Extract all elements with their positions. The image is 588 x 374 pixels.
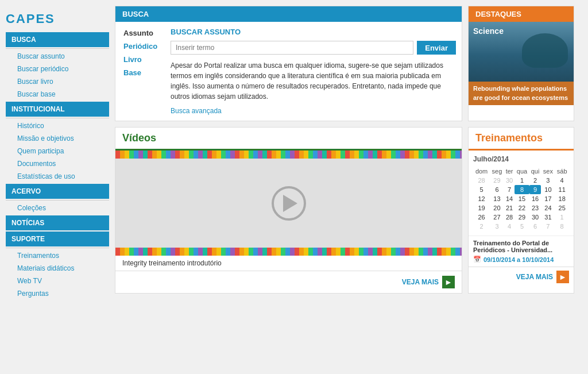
busca-description: Apesar do Portal realizar uma busca em q…: [171, 60, 456, 102]
cal-cell[interactable]: 7: [504, 185, 515, 194]
cal-cell[interactable]: 21: [504, 203, 515, 213]
cal-cell[interactable]: 26: [473, 213, 490, 222]
busca-tab-base[interactable]: Base: [121, 67, 161, 78]
cal-header-ter: ter: [504, 167, 515, 176]
sidebar-item-treinamentos[interactable]: Treinamentos: [6, 249, 109, 262]
cal-cell-today[interactable]: 8: [514, 185, 529, 194]
cal-cell[interactable]: 24: [541, 203, 555, 213]
content-bottom-row: Vídeos Integrity treinamento introdutóri…: [115, 127, 574, 294]
cal-cell[interactable]: 6: [490, 185, 504, 194]
calendar-container: Julho/2014 dom seg ter qua qui sex sáb: [469, 151, 574, 236]
videos-colorbar-top: [115, 151, 462, 159]
sidebar-section-noticias: NOTÍCIAS: [6, 215, 109, 230]
sidebar-item-historico[interactable]: Histórico: [6, 119, 109, 132]
videos-player[interactable]: [115, 159, 462, 248]
destaques-title: DESTAQUES: [469, 6, 574, 22]
cal-cell[interactable]: 2: [529, 176, 541, 185]
cal-cell[interactable]: 15: [514, 194, 529, 203]
busca-avancada-link[interactable]: Busca avançada: [171, 107, 222, 115]
capes-logo: CAPES: [6, 6, 109, 31]
sidebar-section-acervo: ACERVO: [6, 184, 109, 199]
treinamentos-event-title: Treinamento do Portal de Periódicos - Un…: [473, 240, 569, 253]
cal-cell[interactable]: 27: [490, 213, 504, 222]
busca-tab-periodico[interactable]: Periódico: [121, 41, 161, 52]
cal-cell[interactable]: 25: [555, 203, 569, 213]
destaques-image-container[interactable]: Science Rebounding whale populations are…: [469, 22, 574, 105]
cal-cell[interactable]: 18: [555, 194, 569, 203]
sidebar-item-materiais-didaticos[interactable]: Materiais didáticos: [6, 262, 109, 275]
busca-assunto-label: BUSCAR ASSUNTO: [171, 28, 456, 36]
cal-cell[interactable]: 29: [514, 213, 529, 222]
cal-cell[interactable]: 1: [555, 213, 569, 222]
calendar-grid: dom seg ter qua qui sex sáb 28: [473, 167, 569, 231]
treinamentos-footer: VEJA MAIS ►: [469, 267, 574, 287]
science-label: Science: [473, 26, 504, 36]
cal-cell[interactable]: 30: [529, 213, 541, 222]
cal-cell[interactable]: 28: [504, 213, 515, 222]
sidebar-item-estatisticas[interactable]: Estatísticas de uso: [6, 170, 109, 183]
play-button[interactable]: [272, 186, 306, 221]
cal-cell[interactable]: 7: [541, 222, 555, 231]
busca-tab-assunto[interactable]: Assunto: [121, 28, 161, 38]
sidebar-item-buscar-base[interactable]: Buscar base: [6, 88, 109, 101]
treinamentos-event: Treinamento do Portal de Periódicos - Un…: [469, 236, 574, 267]
treinamentos-event-date-text: 09/10/2014 a 10/10/2014: [483, 256, 554, 263]
sidebar-item-quem-participa[interactable]: Quem participa: [6, 145, 109, 157]
sidebar-item-missao[interactable]: Missão e objetivos: [6, 132, 109, 145]
cal-cell[interactable]: 29: [490, 176, 504, 185]
cal-cell[interactable]: 8: [555, 222, 569, 231]
busca-panel-title: BUSCA: [115, 6, 462, 22]
cal-header-qua: qua: [514, 167, 529, 176]
videos-caption: Integrity treinamento introdutório: [115, 256, 462, 271]
busca-input-row: Enviar: [171, 41, 456, 55]
cal-cell[interactable]: 2: [473, 222, 490, 231]
sidebar-item-documentos[interactable]: Documentos: [6, 157, 109, 170]
calendar-icon: 📅: [473, 256, 481, 263]
cal-cell[interactable]: 23: [529, 203, 541, 213]
cal-cell[interactable]: 3: [541, 176, 555, 185]
cal-header-sex: sex: [541, 167, 555, 176]
cal-cell[interactable]: 17: [541, 194, 555, 203]
treinamentos-veja-mais-button[interactable]: ►: [556, 271, 569, 283]
cal-header-dom: dom: [473, 167, 490, 176]
videos-veja-mais-button[interactable]: ►: [442, 276, 455, 288]
cal-cell[interactable]: 19: [473, 203, 490, 213]
cal-cell[interactable]: 30: [504, 176, 515, 185]
cal-cell-today[interactable]: 9: [529, 185, 541, 194]
sidebar-item-colecoes[interactable]: Coleções: [6, 202, 109, 214]
cal-header-qui: qui: [529, 167, 541, 176]
sidebar-section-suporte: SUPORTE: [6, 232, 109, 246]
busca-input[interactable]: [171, 41, 413, 55]
busca-tab-livro[interactable]: Livro: [121, 54, 161, 65]
cal-cell[interactable]: 3: [490, 222, 504, 231]
cal-cell[interactable]: 12: [473, 194, 490, 203]
cal-cell[interactable]: 1: [514, 176, 529, 185]
content-top-row: BUSCA Assunto Periódico Livro Base BUSCA…: [115, 6, 574, 121]
cal-cell[interactable]: 20: [490, 203, 504, 213]
cal-cell[interactable]: 10: [541, 185, 555, 194]
cal-cell[interactable]: 4: [504, 222, 515, 231]
videos-panel: Vídeos Integrity treinamento introdutóri…: [115, 127, 462, 294]
cal-cell[interactable]: 4: [555, 176, 569, 185]
sidebar-item-buscar-periodico[interactable]: Buscar periódico: [6, 63, 109, 75]
sidebar-item-web-tv[interactable]: Web TV: [6, 275, 109, 287]
cal-cell[interactable]: 28: [473, 176, 490, 185]
destaques-overlay-text: Rebounding whale populations are good fo…: [469, 82, 574, 105]
cal-cell[interactable]: 14: [504, 194, 515, 203]
sidebar-item-buscar-livro[interactable]: Buscar livro: [6, 75, 109, 88]
cal-cell[interactable]: 22: [514, 203, 529, 213]
cal-cell[interactable]: 6: [529, 222, 541, 231]
cal-cell[interactable]: 5: [473, 185, 490, 194]
cal-cell[interactable]: 11: [555, 185, 569, 194]
cal-cell[interactable]: 16: [529, 194, 541, 203]
cal-cell[interactable]: 5: [514, 222, 529, 231]
cal-cell[interactable]: 13: [490, 194, 504, 203]
cal-header-sab: sáb: [555, 167, 569, 176]
sidebar-item-perguntas[interactable]: Perguntas: [6, 287, 109, 300]
cal-cell[interactable]: 31: [541, 213, 555, 222]
enviar-button[interactable]: Enviar: [417, 41, 456, 55]
destaques-panel: DESTAQUES Science Rebounding whale popul…: [468, 6, 574, 121]
whale-illustration: [522, 33, 568, 68]
videos-veja-mais-label: VEJA MAIS: [402, 278, 439, 286]
sidebar-item-buscar-assunto[interactable]: Buscar assunto: [6, 50, 109, 63]
